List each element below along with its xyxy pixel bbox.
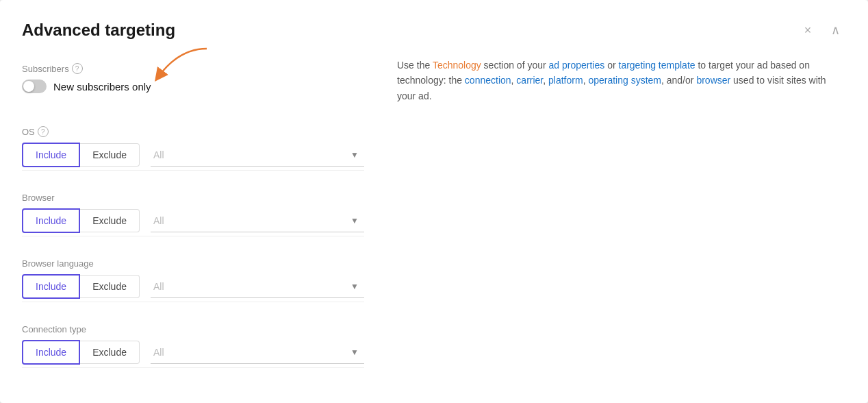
browser-language-label: Browser language [22,258,364,269]
connection-type-section: Connection type Include Exclude All ▼ [22,313,364,368]
info-technology: Technology [433,60,481,71]
browser-label: Browser [22,193,364,203]
os-divider [22,170,364,171]
info-operating-system: operating system [588,75,661,86]
browser-language-filter-row: Include Exclude All ▼ [22,274,364,299]
connection-type-divider [22,367,364,368]
modal-body: Subscribers ? New subscribers o [0,52,868,403]
modal-header: Advanced targeting × ∧ [0,0,868,52]
info-platform: platform [548,75,583,86]
os-section: OS ? Include Exclude All ▼ [22,115,364,171]
os-exclude-button[interactable]: Exclude [80,143,140,167]
close-button[interactable]: × [797,19,819,41]
subscribers-section: Subscribers ? New subscribers o [22,52,364,104]
os-dropdown[interactable]: All [151,144,364,167]
os-help-icon[interactable]: ? [38,126,49,137]
browser-filter-row: Include Exclude All ▼ [22,208,364,233]
connection-type-filter-row: Include Exclude All ▼ [22,340,364,365]
connection-type-exclude-button[interactable]: Exclude [80,341,140,364]
new-subscribers-label: New subscribers only [53,81,151,93]
browser-section: Browser Include Exclude All ▼ [22,182,364,236]
os-label: OS ? [22,126,364,137]
browser-exclude-button[interactable]: Exclude [80,209,140,232]
left-panel: Subscribers ? New subscribers o [22,52,364,381]
browser-language-section: Browser language Include Exclude All ▼ [22,247,364,302]
collapse-icon: ∧ [831,23,840,38]
connection-type-dropdown[interactable]: All [151,341,364,364]
info-carrier: carrier [516,75,543,86]
modal-title: Advanced targeting [22,21,175,40]
new-subscribers-toggle[interactable] [22,80,47,93]
advanced-targeting-modal: Advanced targeting × ∧ Subscribers ? [0,0,868,403]
subscribers-help-icon[interactable]: ? [72,63,83,74]
os-select-wrapper: All ▼ [151,144,364,167]
right-panel: Use the Technology section of your ad pr… [397,52,846,381]
header-actions: × ∧ [797,19,846,41]
browser-select-wrapper: All ▼ [151,210,364,232]
info-browser: browser [696,75,730,86]
connection-type-include-button[interactable]: Include [22,340,80,365]
info-text: Use the Technology section of your ad pr… [397,58,846,103]
collapse-button[interactable]: ∧ [824,19,846,41]
browser-language-include-button[interactable]: Include [22,274,80,299]
toggle-row: New subscribers only [22,80,364,93]
browser-language-select-wrapper: All ▼ [151,276,364,298]
browser-language-divider [22,302,364,302]
browser-divider [22,236,364,236]
info-connection: connection [465,75,511,86]
os-include-button[interactable]: Include [22,143,80,167]
info-targeting-template: targeting template [619,60,695,71]
browser-language-dropdown[interactable]: All [151,276,364,298]
browser-include-button[interactable]: Include [22,208,80,233]
connection-type-select-wrapper: All ▼ [151,341,364,364]
connection-type-label: Connection type [22,324,364,334]
browser-dropdown[interactable]: All [151,210,364,232]
os-filter-row: Include Exclude All ▼ [22,143,364,167]
info-ad-properties: ad properties [549,60,605,71]
subscribers-label: Subscribers ? [22,63,364,74]
close-icon: × [804,23,812,38]
browser-language-exclude-button[interactable]: Exclude [80,275,140,298]
